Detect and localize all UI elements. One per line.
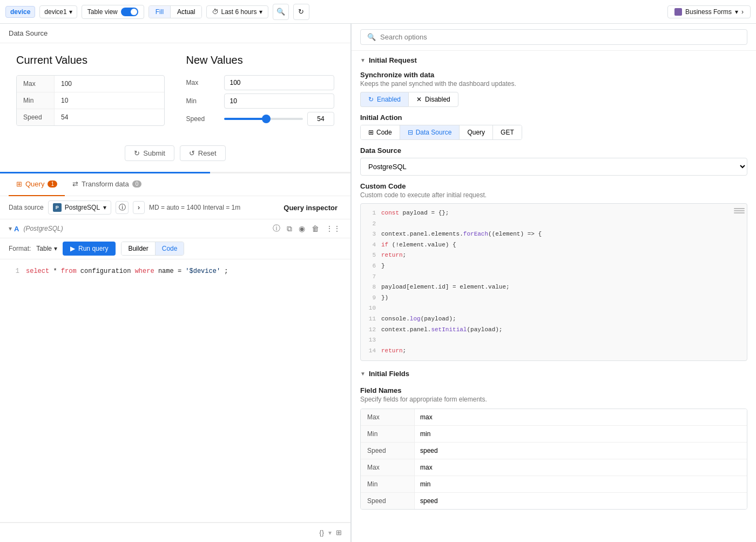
business-forms-icon	[674, 8, 682, 16]
main-content: Data Source Current Values Max 100 Min 1…	[0, 24, 756, 542]
builder-button[interactable]: Builder	[122, 242, 155, 255]
query-inspector-button[interactable]: Query inspector	[279, 202, 342, 214]
fields-section: Field Names Specify fields for appropria…	[352, 381, 756, 515]
datasource-dropdown[interactable]: PostgreSQL	[360, 158, 747, 176]
editor-footer: {} ▾ ⊞	[0, 523, 350, 542]
business-forms-button[interactable]: Business Forms ▾ ›	[667, 5, 751, 18]
sync-toggle: ↻ Enabled ✕ Disabled	[360, 92, 747, 107]
device-select[interactable]: device1 ▾	[39, 5, 77, 18]
section-initial-request[interactable]: ▼ Initial Request	[352, 51, 756, 68]
custom-code-block[interactable]: 1const payload = {}; 2 3context.panel.el…	[360, 203, 747, 361]
search-box: 🔍	[360, 29, 747, 45]
table-row: Speed 54	[17, 109, 164, 125]
datasource-option: Data Source PostgreSQL	[352, 143, 756, 179]
search-icon: 🔍	[367, 33, 376, 41]
top-toolbar: device device1 ▾ Table view Fill Actual …	[0, 0, 756, 24]
ia-tab-datasource[interactable]: ⊟ Data Source	[400, 125, 460, 139]
initial-action-tabs: ⊞ Code ⊟ Data Source Query GET	[360, 125, 522, 140]
left-panel: Data Source Current Values Max 100 Min 1…	[0, 24, 351, 542]
action-buttons: ↻ Submit ↺ Reset	[0, 140, 350, 172]
field-min-2[interactable]	[415, 476, 747, 492]
query-tabs: ⊞ Query 1 ⇄ Transform data 0	[0, 173, 350, 196]
search-box-wrap: 🔍	[352, 24, 756, 51]
time-selector[interactable]: ⏱ Last 6 hours ▾	[206, 5, 268, 18]
query-item-header: ▾ A (PostgreSQL) ⓘ ⧉ ◉ 🗑 ⋮⋮	[0, 219, 350, 238]
format-select[interactable]: Table ▾	[36, 245, 57, 252]
builder-code-group: Builder Code	[121, 242, 184, 256]
fields-row: Max	[361, 459, 747, 476]
custom-code-option: Custom Code Custom code to execute after…	[352, 179, 756, 364]
actual-button[interactable]: Actual	[171, 6, 201, 18]
section-initial-fields[interactable]: ▼ Initial Fields	[352, 364, 756, 381]
fill-actual-group: Fill Actual	[148, 5, 202, 18]
initial-action-option: Initial Action ⊞ Code ⊟ Data Source Quer…	[352, 110, 756, 143]
new-val-row: Min	[186, 93, 335, 109]
code-button[interactable]: Code	[156, 242, 184, 255]
info-button[interactable]: ⓘ	[116, 201, 129, 214]
fields-row: Speed	[361, 443, 747, 459]
fields-row: Speed	[361, 493, 747, 509]
field-speed-2[interactable]	[415, 493, 747, 509]
submit-button[interactable]: ↻ Submit	[125, 145, 174, 161]
transform-badge: 0	[132, 180, 142, 188]
reset-button[interactable]: ↺ Reset	[180, 145, 226, 161]
panel-header: Data Source	[0, 24, 350, 43]
qi-delete-btn[interactable]: 🗑	[310, 223, 320, 235]
fields-row: Min	[361, 476, 747, 493]
current-values-table: Max 100 Min 10 Speed 54	[16, 75, 165, 126]
postgres-icon: P	[53, 203, 62, 212]
fields-table: Max Min Speed Max Min	[360, 409, 747, 510]
values-section: Current Values Max 100 Min 10 Speed 54	[0, 43, 350, 140]
ia-tab-query[interactable]: Query	[460, 125, 493, 139]
refresh-button[interactable]: ↻	[293, 4, 309, 20]
min-input[interactable]	[224, 93, 335, 109]
new-values-column: New Values Max Min Speed	[186, 54, 335, 129]
table-row: Min 10	[17, 92, 164, 109]
tab-transform[interactable]: ⇄ Transform data 0	[65, 173, 149, 196]
run-query-button[interactable]: ▶ Run query	[63, 242, 116, 256]
enabled-button[interactable]: ↻ Enabled	[360, 92, 408, 107]
zoom-button[interactable]: 🔍	[273, 4, 289, 20]
field-min-1[interactable]	[415, 426, 747, 442]
speed-slider[interactable]	[224, 118, 303, 120]
speed-slider-container	[224, 112, 335, 126]
ds-forward-button[interactable]: ›	[133, 201, 145, 214]
field-max-2[interactable]	[415, 459, 747, 476]
device-badge: device	[5, 6, 35, 18]
qi-copy-btn[interactable]: ⧉	[286, 223, 293, 235]
fields-row: Min	[361, 426, 747, 443]
scroll-indicator	[734, 208, 745, 213]
toggle-switch[interactable]	[121, 8, 138, 16]
fill-button[interactable]: Fill	[149, 6, 171, 18]
fields-row: Max	[361, 409, 747, 426]
current-values-title: Current Values	[16, 54, 165, 66]
tab-query[interactable]: ⊞ Query 1	[9, 173, 65, 196]
code-editor[interactable]: 1 select * from configuration where name…	[0, 259, 350, 523]
field-speed-1[interactable]	[415, 443, 747, 459]
new-val-row: Speed	[186, 112, 335, 126]
format-bar: Format: Table ▾ ▶ Run query Builder Code	[0, 238, 350, 259]
current-values-column: Current Values Max 100 Min 10 Speed 54	[16, 54, 165, 129]
speed-value-input[interactable]	[307, 112, 334, 126]
ia-tab-get[interactable]: GET	[493, 125, 522, 139]
disabled-button[interactable]: ✕ Disabled	[408, 92, 458, 107]
qi-info-btn[interactable]: ⓘ	[272, 223, 281, 235]
search-input[interactable]	[380, 33, 740, 41]
query-icons: ⓘ ⧉ ◉ 🗑 ⋮⋮	[272, 223, 342, 235]
qi-more-btn[interactable]: ⋮⋮	[325, 223, 342, 235]
field-max-1[interactable]	[415, 409, 747, 425]
table-row: Max 100	[17, 76, 164, 92]
qi-eye-btn[interactable]: ◉	[298, 223, 306, 235]
datasource-select[interactable]: P PostgreSQL ▾	[48, 200, 111, 215]
datasource-bar: Data source P PostgreSQL ▾ ⓘ › MD = auto…	[0, 196, 350, 219]
new-val-row: Max	[186, 75, 335, 90]
table-view-toggle[interactable]: Table view	[82, 5, 144, 19]
ia-tab-code[interactable]: ⊞ Code	[361, 125, 400, 139]
code-line: 1 select * from configuration where name…	[9, 266, 342, 277]
max-input[interactable]	[224, 75, 335, 90]
sync-option: Synchronize with data Keeps the panel sy…	[352, 68, 756, 110]
new-values-table: Max Min Speed	[186, 75, 335, 126]
new-values-title: New Values	[186, 54, 335, 66]
query-badge: 1	[48, 180, 57, 188]
right-panel: 🔍 ▼ Initial Request Synchronize with dat…	[351, 24, 756, 542]
